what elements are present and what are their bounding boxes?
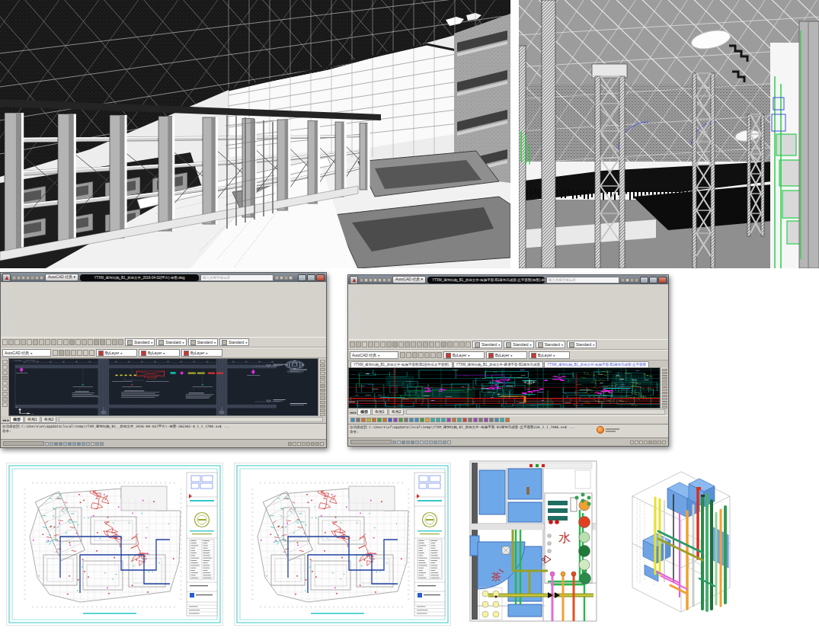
toolbar-icon[interactable]	[494, 418, 499, 422]
toolbar-icon[interactable]	[635, 441, 638, 444]
toolbar-icon[interactable]	[2, 392, 8, 396]
toolbar-icon[interactable]	[288, 442, 292, 446]
toolbar-icon[interactable]	[320, 364, 325, 367]
toolbar-icon[interactable]	[21, 339, 26, 345]
toolbar-icon[interactable]	[447, 341, 453, 348]
toolbar-icon[interactable]	[662, 398, 667, 400]
toolbar-icon[interactable]	[425, 418, 430, 422]
toolbar-icon[interactable]	[297, 442, 301, 446]
toolbar-icon[interactable]	[500, 418, 504, 422]
file-tab[interactable]: YTXM_建筑结构_B1_其他文件-电施平面图(B1层给排水平面图)	[350, 361, 453, 367]
minimize-button[interactable]	[640, 277, 648, 284]
infocenter-search-input[interactable]	[200, 274, 274, 281]
toolbar-icon[interactable]	[443, 441, 446, 444]
toolbar-icon[interactable]	[392, 341, 398, 348]
toolbar-icon[interactable]	[50, 442, 53, 446]
toolbar-icon[interactable]	[441, 418, 446, 422]
toolbar-icon[interactable]	[662, 386, 667, 389]
toolbar-icon[interactable]	[2, 386, 8, 391]
toolbar-icon[interactable]	[462, 418, 467, 422]
layout-tab[interactable]: 布局2	[389, 409, 405, 415]
toolbar-icon[interactable]	[438, 441, 442, 444]
toolbar-icon[interactable]	[63, 442, 67, 446]
toolbar-icon[interactable]	[430, 352, 436, 358]
toolbar-icon[interactable]	[437, 352, 442, 358]
toolbar-icon[interactable]	[12, 276, 16, 280]
bylayer-dropdown[interactable]: ByLayer▾	[486, 351, 527, 359]
toolbar-icon[interactable]	[118, 339, 123, 345]
toolbar-icon[interactable]	[320, 368, 325, 371]
toolbar-icon[interactable]	[653, 441, 657, 444]
toolbar-icon[interactable]	[621, 278, 625, 282]
toolbar-icon[interactable]	[2, 397, 8, 402]
toolbar-icon[interactable]	[65, 350, 70, 356]
toolbar-icon[interactable]	[82, 442, 85, 446]
toolbar-icon[interactable]	[378, 278, 382, 282]
file-tab[interactable]: YTXM_建筑结构_B1_其他文件-暖通平面-B1建筑完成面	[453, 361, 544, 367]
toolbar-icon[interactable]	[89, 350, 94, 356]
toolbar-icon[interactable]	[409, 418, 414, 422]
toolbar-icon[interactable]	[662, 392, 667, 394]
toolbar-icon[interactable]	[424, 352, 430, 358]
toolbar-icon[interactable]	[402, 441, 405, 444]
toolbar-icon[interactable]	[54, 442, 58, 446]
toolbar-icon[interactable]	[320, 401, 325, 404]
close-button[interactable]	[316, 274, 325, 281]
toolbar-icon[interactable]	[414, 418, 419, 422]
toolbar-icon[interactable]	[30, 276, 34, 280]
toolbar-icon[interactable]	[106, 339, 111, 345]
toolbar-icon[interactable]	[435, 341, 440, 348]
toolbar-icon[interactable]	[88, 339, 93, 345]
toolbar-icon[interactable]	[2, 381, 8, 386]
file-tab[interactable]: YTXM_建筑结构_B1_其他文件-电施平面-B1建筑完成面-总平面图	[544, 361, 649, 367]
layout-tab[interactable]: 布局1	[24, 417, 40, 423]
toolbar-icon[interactable]	[382, 418, 387, 422]
command-line[interactable]: 自动保存到 C:\Users\sn\appdata\local\temp\YTX…	[1, 423, 326, 439]
toolbar-icon[interactable]	[100, 339, 105, 345]
toolbar-icon[interactable]	[8, 339, 14, 345]
toolbar-icon[interactable]	[662, 380, 667, 383]
toolbar-icon[interactable]	[436, 418, 440, 422]
toolbar-icon[interactable]	[398, 418, 403, 422]
bylayer-dropdown[interactable]: ByLayer▾	[181, 349, 222, 357]
toolbar-icon[interactable]	[2, 360, 8, 364]
style-dropdown[interactable]: Standard▾	[188, 338, 218, 346]
toolbar-icon[interactable]	[397, 441, 401, 444]
toolbar-icon[interactable]	[418, 352, 424, 358]
toolbar-icon[interactable]	[284, 276, 288, 280]
toolbar-icon[interactable]	[415, 441, 419, 444]
toolbar-icon[interactable]	[364, 278, 368, 282]
toolbar-icon[interactable]	[2, 370, 8, 375]
toolbar-icon[interactable]	[280, 276, 283, 280]
layout-tab[interactable]: 布局1	[372, 409, 388, 415]
toolbar-icon[interactable]	[63, 339, 69, 345]
toolbar-icon[interactable]	[83, 350, 88, 356]
toolbar-icon[interactable]	[45, 442, 49, 446]
toolbar-icon[interactable]	[459, 341, 465, 348]
minimize-button[interactable]	[298, 274, 306, 281]
toolbar-icon[interactable]	[662, 372, 667, 374]
toolbar-icon[interactable]	[59, 442, 62, 446]
style-dropdown[interactable]: Standard▾	[125, 338, 155, 346]
toolbar-icon[interactable]	[82, 339, 87, 345]
toolbar-icon[interactable]	[473, 418, 478, 422]
toolbar-icon[interactable]	[423, 341, 428, 348]
bylayer-dropdown[interactable]: ByLayer▾	[443, 351, 485, 359]
toolbar-icon[interactable]	[39, 339, 44, 345]
toolbar-icon[interactable]	[91, 442, 94, 446]
toolbar-icon[interactable]	[77, 350, 82, 356]
toolbar-icon[interactable]	[368, 341, 373, 348]
toolbar-icon[interactable]	[468, 418, 472, 422]
horizontal-scrollbar[interactable]	[59, 417, 323, 422]
workspace-dropdown[interactable]: AutoCAD 经典▾	[350, 351, 398, 359]
toolbar-icon[interactable]	[71, 350, 76, 356]
toolbar-icon[interactable]	[424, 441, 428, 444]
toolbar-icon[interactable]	[630, 278, 634, 282]
toolbar-icon[interactable]	[2, 365, 8, 370]
toolbar-icon[interactable]	[644, 441, 648, 444]
toolbar-icon[interactable]	[275, 276, 279, 280]
command-prompt[interactable]: 命令:	[2, 429, 325, 434]
style-dropdown[interactable]: Standard▾	[219, 338, 249, 346]
toolbar-icon[interactable]	[72, 442, 76, 446]
toolbar-icon[interactable]	[484, 418, 488, 422]
